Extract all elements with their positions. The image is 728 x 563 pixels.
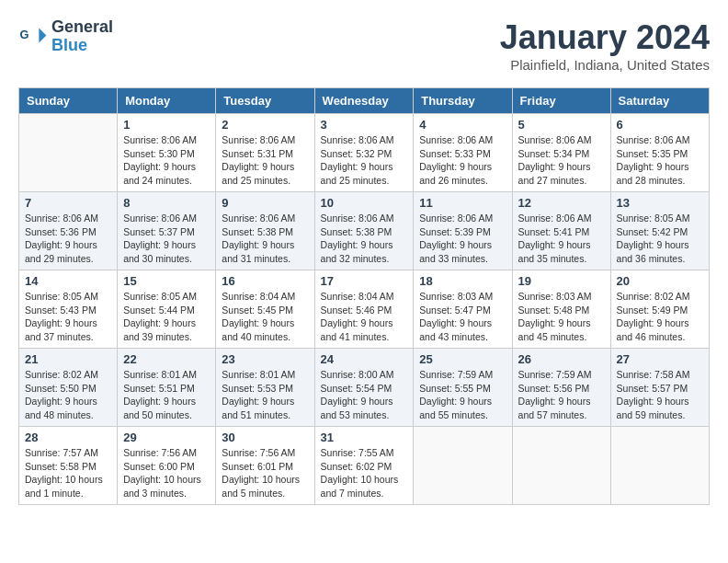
day-number: 12 xyxy=(518,196,605,210)
calendar-day-cell: 23Sunrise: 8:01 AM Sunset: 5:53 PM Dayli… xyxy=(216,349,314,427)
day-info: Sunrise: 7:56 AM Sunset: 6:01 PM Dayligh… xyxy=(222,446,308,500)
day-info: Sunrise: 7:55 AM Sunset: 6:02 PM Dayligh… xyxy=(321,446,408,500)
day-number: 23 xyxy=(222,352,308,366)
calendar-day-cell xyxy=(414,427,512,505)
calendar-day-cell xyxy=(610,427,709,505)
day-info: Sunrise: 8:02 AM Sunset: 5:49 PM Dayligh… xyxy=(617,290,703,344)
day-number: 15 xyxy=(123,274,210,288)
calendar-day-cell: 29Sunrise: 7:56 AM Sunset: 6:00 PM Dayli… xyxy=(118,427,216,505)
day-info: Sunrise: 8:01 AM Sunset: 5:51 PM Dayligh… xyxy=(123,368,210,422)
day-number: 21 xyxy=(25,352,111,366)
weekday-header: Thursday xyxy=(414,88,512,114)
day-number: 31 xyxy=(321,431,408,444)
day-info: Sunrise: 8:06 AM Sunset: 5:38 PM Dayligh… xyxy=(222,212,308,266)
day-info: Sunrise: 8:06 AM Sunset: 5:41 PM Dayligh… xyxy=(518,212,605,266)
calendar-day-cell: 14Sunrise: 8:05 AM Sunset: 5:43 PM Dayli… xyxy=(19,270,118,349)
weekday-header: Wednesday xyxy=(314,88,414,114)
calendar-day-cell: 3Sunrise: 8:06 AM Sunset: 5:32 PM Daylig… xyxy=(314,114,414,192)
calendar-day-cell: 11Sunrise: 8:06 AM Sunset: 5:39 PM Dayli… xyxy=(414,192,512,270)
weekday-header: Friday xyxy=(512,88,610,114)
page-header: G General Blue January 2024 Plainfield, … xyxy=(18,18,710,73)
calendar-day-cell: 25Sunrise: 7:59 AM Sunset: 5:55 PM Dayli… xyxy=(414,349,512,427)
day-number: 1 xyxy=(123,118,210,132)
day-info: Sunrise: 8:05 AM Sunset: 5:44 PM Dayligh… xyxy=(123,290,210,344)
calendar-day-cell: 12Sunrise: 8:06 AM Sunset: 5:41 PM Dayli… xyxy=(512,192,610,270)
weekday-header: Saturday xyxy=(610,88,709,114)
day-info: Sunrise: 8:06 AM Sunset: 5:31 PM Dayligh… xyxy=(222,133,308,188)
day-number: 5 xyxy=(518,118,605,132)
day-number: 25 xyxy=(419,352,506,366)
day-info: Sunrise: 8:06 AM Sunset: 5:34 PM Dayligh… xyxy=(518,133,605,188)
day-info: Sunrise: 8:04 AM Sunset: 5:45 PM Dayligh… xyxy=(222,290,308,344)
svg-marker-1 xyxy=(39,28,46,42)
day-number: 24 xyxy=(321,352,408,366)
day-info: Sunrise: 7:59 AM Sunset: 5:56 PM Dayligh… xyxy=(518,368,605,422)
calendar-day-cell: 21Sunrise: 8:02 AM Sunset: 5:50 PM Dayli… xyxy=(19,349,118,427)
calendar-day-cell: 9Sunrise: 8:06 AM Sunset: 5:38 PM Daylig… xyxy=(216,192,314,270)
day-number: 2 xyxy=(222,118,308,132)
calendar-day-cell: 19Sunrise: 8:03 AM Sunset: 5:48 PM Dayli… xyxy=(512,270,610,349)
day-number: 19 xyxy=(518,274,605,288)
day-number: 27 xyxy=(617,352,703,366)
calendar-day-cell: 16Sunrise: 8:04 AM Sunset: 5:45 PM Dayli… xyxy=(216,270,314,349)
calendar-day-cell: 22Sunrise: 8:01 AM Sunset: 5:51 PM Dayli… xyxy=(118,349,216,427)
calendar-day-cell: 10Sunrise: 8:06 AM Sunset: 5:38 PM Dayli… xyxy=(314,192,414,270)
title-block: January 2024 Plainfield, Indiana, United… xyxy=(500,18,710,73)
day-info: Sunrise: 8:04 AM Sunset: 5:46 PM Dayligh… xyxy=(321,290,408,344)
calendar-week-row: 28Sunrise: 7:57 AM Sunset: 5:58 PM Dayli… xyxy=(19,427,710,505)
location: Plainfield, Indiana, United States xyxy=(500,57,710,73)
day-number: 30 xyxy=(222,431,308,444)
day-info: Sunrise: 8:01 AM Sunset: 5:53 PM Dayligh… xyxy=(222,368,308,422)
day-number: 6 xyxy=(617,118,703,132)
day-number: 20 xyxy=(617,274,703,288)
day-info: Sunrise: 8:06 AM Sunset: 5:35 PM Dayligh… xyxy=(617,133,703,188)
calendar-day-cell: 18Sunrise: 8:03 AM Sunset: 5:47 PM Dayli… xyxy=(414,270,512,349)
day-info: Sunrise: 8:02 AM Sunset: 5:50 PM Dayligh… xyxy=(25,368,111,422)
calendar-week-row: 21Sunrise: 8:02 AM Sunset: 5:50 PM Dayli… xyxy=(19,349,710,427)
calendar-day-cell: 8Sunrise: 8:06 AM Sunset: 5:37 PM Daylig… xyxy=(118,192,216,270)
day-number: 9 xyxy=(222,196,308,210)
day-number: 8 xyxy=(123,196,210,210)
day-number: 28 xyxy=(25,431,111,444)
calendar-table: SundayMondayTuesdayWednesdayThursdayFrid… xyxy=(18,87,710,505)
day-info: Sunrise: 7:57 AM Sunset: 5:58 PM Dayligh… xyxy=(25,446,111,500)
calendar-day-cell: 13Sunrise: 8:05 AM Sunset: 5:42 PM Dayli… xyxy=(610,192,709,270)
day-number: 13 xyxy=(617,196,703,210)
day-info: Sunrise: 8:03 AM Sunset: 5:48 PM Dayligh… xyxy=(518,290,605,344)
calendar-day-cell: 31Sunrise: 7:55 AM Sunset: 6:02 PM Dayli… xyxy=(314,427,414,505)
month-title: January 2024 xyxy=(500,18,710,57)
day-info: Sunrise: 8:06 AM Sunset: 5:38 PM Dayligh… xyxy=(321,212,408,266)
day-info: Sunrise: 7:56 AM Sunset: 6:00 PM Dayligh… xyxy=(123,446,210,500)
day-number: 4 xyxy=(419,118,506,132)
calendar-week-row: 14Sunrise: 8:05 AM Sunset: 5:43 PM Dayli… xyxy=(19,270,710,349)
calendar-day-cell: 24Sunrise: 8:00 AM Sunset: 5:54 PM Dayli… xyxy=(314,349,414,427)
day-number: 10 xyxy=(321,196,408,210)
logo-text: General Blue xyxy=(51,18,113,55)
day-info: Sunrise: 8:05 AM Sunset: 5:43 PM Dayligh… xyxy=(25,290,111,344)
calendar-day-cell: 26Sunrise: 7:59 AM Sunset: 5:56 PM Dayli… xyxy=(512,349,610,427)
calendar-week-row: 7Sunrise: 8:06 AM Sunset: 5:36 PM Daylig… xyxy=(19,192,710,270)
calendar-day-cell xyxy=(512,427,610,505)
day-number: 11 xyxy=(419,196,506,210)
day-info: Sunrise: 8:00 AM Sunset: 5:54 PM Dayligh… xyxy=(321,368,408,422)
day-info: Sunrise: 8:06 AM Sunset: 5:33 PM Dayligh… xyxy=(419,133,506,188)
day-number: 18 xyxy=(419,274,506,288)
day-number: 26 xyxy=(518,352,605,366)
calendar-day-cell: 6Sunrise: 8:06 AM Sunset: 5:35 PM Daylig… xyxy=(610,114,709,192)
calendar-header-row: SundayMondayTuesdayWednesdayThursdayFrid… xyxy=(19,88,710,114)
logo-icon: G xyxy=(18,22,48,52)
day-number: 7 xyxy=(25,196,111,210)
calendar-day-cell: 2Sunrise: 8:06 AM Sunset: 5:31 PM Daylig… xyxy=(216,114,314,192)
calendar-day-cell: 5Sunrise: 8:06 AM Sunset: 5:34 PM Daylig… xyxy=(512,114,610,192)
calendar-day-cell xyxy=(19,114,118,192)
day-number: 29 xyxy=(123,431,210,444)
weekday-header: Monday xyxy=(118,88,216,114)
svg-text:G: G xyxy=(20,27,29,40)
calendar-day-cell: 27Sunrise: 7:58 AM Sunset: 5:57 PM Dayli… xyxy=(610,349,709,427)
day-info: Sunrise: 8:06 AM Sunset: 5:30 PM Dayligh… xyxy=(123,133,210,188)
calendar-day-cell: 4Sunrise: 8:06 AM Sunset: 5:33 PM Daylig… xyxy=(414,114,512,192)
day-info: Sunrise: 8:06 AM Sunset: 5:37 PM Dayligh… xyxy=(123,212,210,266)
day-number: 22 xyxy=(123,352,210,366)
day-number: 14 xyxy=(25,274,111,288)
weekday-header: Sunday xyxy=(19,88,118,114)
